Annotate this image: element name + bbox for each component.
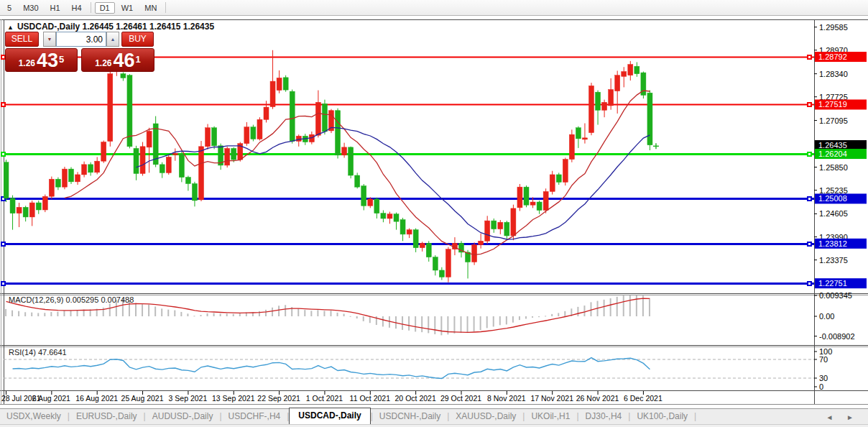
hline-1.22751[interactable] <box>1 281 814 286</box>
svg-text:20 Oct 2021: 20 Oct 2021 <box>395 394 436 403</box>
svg-text:1.28340: 1.28340 <box>819 70 848 78</box>
timeframe-h1[interactable]: H1 <box>45 2 65 14</box>
sell-price-pip: 5 <box>59 49 64 70</box>
price-axis[interactable]: 1.295851.289701.283401.277251.270951.258… <box>814 23 867 391</box>
hline-1.25008[interactable] <box>1 196 814 201</box>
buy-price-pip: 1 <box>136 49 141 70</box>
svg-text:22 Sep 2021: 22 Sep 2021 <box>257 394 300 403</box>
symbol-ohlc-text: USDCAD-,Daily 1.26445 1.26461 1.26415 1.… <box>17 22 214 32</box>
svg-text:29 Oct 2021: 29 Oct 2021 <box>440 394 481 403</box>
symbol-tabbar: USDX,Weekly|EURUSD-,Daily|AUDUSD-,Daily|… <box>0 408 868 424</box>
collapse-triangle-icon[interactable]: ▲ <box>7 24 14 31</box>
timeframe-5[interactable]: 5 <box>2 2 17 14</box>
svg-text:1.23812: 1.23812 <box>818 239 847 248</box>
svg-text:1.24605: 1.24605 <box>819 209 848 218</box>
price-badge-1.25008[interactable]: 1.25008 <box>815 193 867 203</box>
svg-text:1.25008: 1.25008 <box>818 194 847 203</box>
svg-text:1.28792: 1.28792 <box>818 52 847 61</box>
buy-button[interactable]: BUY <box>121 32 154 47</box>
timeframe-h4[interactable]: H4 <box>67 2 87 14</box>
tab-scroll-arrows[interactable]: ◄ ► <box>826 413 868 424</box>
timeframe-toolbar: 5M30H1H4D1W1MN <box>0 0 868 16</box>
volume-input[interactable] <box>56 32 106 47</box>
tab-ukoil-h1[interactable]: UKOil-,H1 <box>525 409 576 424</box>
svg-text:1.23375: 1.23375 <box>819 256 848 265</box>
sell-button[interactable]: SELL <box>5 32 39 47</box>
svg-text:25 Aug 2021: 25 Aug 2021 <box>121 394 164 403</box>
rsi-indicator-label: RSI(14) 47.6641 <box>9 348 67 357</box>
tab-usdx-weekly[interactable]: USDX,Weekly <box>0 409 68 424</box>
svg-text:17 Nov 2021: 17 Nov 2021 <box>530 394 573 403</box>
mt4-window: 1.295851.289701.283401.277251.270951.258… <box>0 0 868 427</box>
tab-audusd-daily[interactable]: AUDUSD-,Daily <box>146 409 220 424</box>
toolbar-separator <box>165 2 166 13</box>
sell-price-big: 43 <box>37 51 58 70</box>
price-badge-1.26435[interactable]: 1.26435 <box>815 140 867 150</box>
svg-text:1 Oct 2021: 1 Oct 2021 <box>306 394 343 403</box>
tab-usdchf-h4[interactable]: USDCHF-,H4 <box>222 409 287 424</box>
svg-text:1.27519: 1.27519 <box>818 100 847 109</box>
price-badge-1.27519[interactable]: 1.27519 <box>815 99 867 109</box>
hline-1.26204[interactable] <box>1 152 814 157</box>
price-badge-1.22751[interactable]: 1.22751 <box>815 278 867 288</box>
svg-text:1.27095: 1.27095 <box>819 116 848 125</box>
candles <box>4 50 652 283</box>
price-badge-1.28792[interactable]: 1.28792 <box>815 52 867 62</box>
timeframe-mn[interactable]: MN <box>139 2 162 14</box>
volume-decrease-icon[interactable]: ▼ <box>43 32 56 47</box>
toolbar-separator <box>91 2 91 13</box>
sell-price-box[interactable]: 1.26 43 5 <box>5 48 78 72</box>
svg-text:70: 70 <box>819 355 828 364</box>
rsi-pane <box>4 358 814 379</box>
ask-marker-icon <box>653 143 659 149</box>
svg-text:26 Nov 2021: 26 Nov 2021 <box>576 394 619 403</box>
tab-usdcnh-daily[interactable]: USDCNH-,Daily <box>373 409 447 424</box>
macd-indicator-label: MACD(12,26,9) 0.005295 0.007488 <box>9 295 134 304</box>
horizontal-lines[interactable] <box>1 55 814 286</box>
svg-text:0.00: 0.00 <box>819 312 834 321</box>
chart-title: ▲USDCAD-,Daily 1.26445 1.26461 1.26415 1… <box>7 22 214 32</box>
svg-text:16 Aug 2021: 16 Aug 2021 <box>75 394 118 403</box>
tab-xauusd-daily[interactable]: XAUUSD-,Daily <box>449 409 522 424</box>
svg-text:0.009345: 0.009345 <box>819 291 852 300</box>
buy-price-big: 46 <box>114 51 135 70</box>
svg-text:3 Sep 2021: 3 Sep 2021 <box>169 394 208 403</box>
svg-text:1.29585: 1.29585 <box>819 23 848 32</box>
svg-text:1.25850: 1.25850 <box>819 163 848 172</box>
timeframe-m30[interactable]: M30 <box>18 2 43 14</box>
volume-increase-icon[interactable]: ▲ <box>106 32 119 47</box>
svg-text:1.25235: 1.25235 <box>819 186 848 195</box>
svg-text:30: 30 <box>819 374 828 382</box>
svg-text:6 Aug 2021: 6 Aug 2021 <box>32 394 70 403</box>
date-axis: 28 Jul 20216 Aug 202116 Aug 202125 Aug 2… <box>1 391 662 403</box>
price-badge-1.23812[interactable]: 1.23812 <box>815 239 867 249</box>
one-click-trade-panel: SELL ▼ ▲ BUY 1.26 43 5 1.26 46 1 <box>5 32 156 72</box>
status-bar <box>0 424 868 427</box>
svg-text:6 Dec 2021: 6 Dec 2021 <box>624 394 662 403</box>
tab-separator: | <box>694 411 696 424</box>
hline-1.23812[interactable] <box>1 242 814 247</box>
ma-fast-line <box>65 91 650 254</box>
svg-text:-0.008902: -0.008902 <box>819 332 855 341</box>
svg-text:0: 0 <box>819 382 823 391</box>
timeframe-w1[interactable]: W1 <box>116 2 139 14</box>
rsi-line <box>13 358 650 379</box>
timeframe-d1[interactable]: D1 <box>95 2 115 14</box>
price-badge-1.26204[interactable]: 1.26204 <box>815 149 867 159</box>
svg-text:1.22751: 1.22751 <box>818 279 847 288</box>
svg-text:13 Sep 2021: 13 Sep 2021 <box>212 394 255 403</box>
tab-usdcad-daily[interactable]: USDCAD-,Daily <box>289 408 370 424</box>
tab-dj30-h4[interactable]: DJ30-,H4 <box>579 409 629 424</box>
buy-price-prefix: 1.26 <box>95 56 111 70</box>
hline-1.27519[interactable] <box>1 102 814 107</box>
svg-text:11 Oct 2021: 11 Oct 2021 <box>350 394 391 403</box>
sell-price-prefix: 1.26 <box>19 56 35 70</box>
buy-price-box[interactable]: 1.26 46 1 <box>81 48 154 72</box>
tab-eurusd-daily[interactable]: EURUSD-,Daily <box>70 409 144 424</box>
svg-text:1.26204: 1.26204 <box>818 150 847 158</box>
svg-text:8 Nov 2021: 8 Nov 2021 <box>487 394 526 403</box>
svg-text:1.26435: 1.26435 <box>818 141 847 150</box>
tab-uk100-daily[interactable]: UK100-,Daily <box>630 409 694 424</box>
